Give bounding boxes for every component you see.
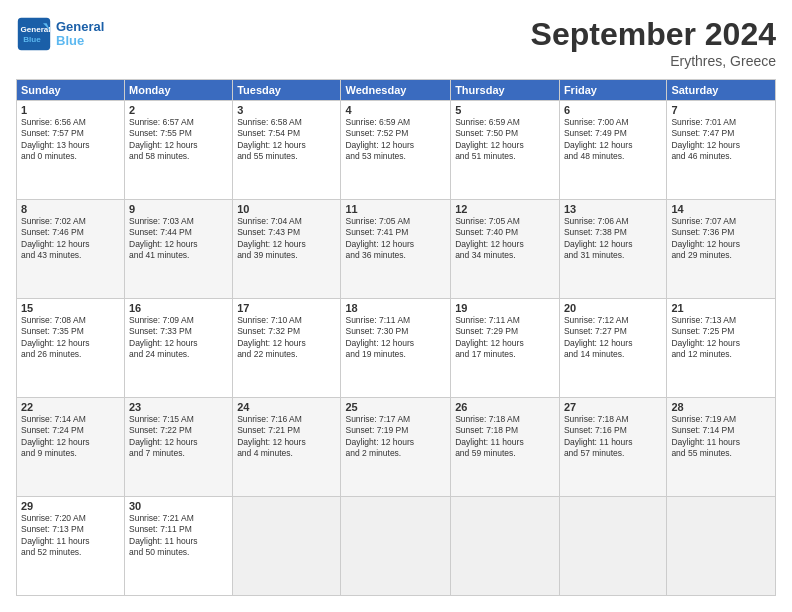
calendar-cell: 18Sunrise: 7:11 AM Sunset: 7:30 PM Dayli… xyxy=(341,299,451,398)
day-info: Sunrise: 7:18 AM Sunset: 7:18 PM Dayligh… xyxy=(455,414,555,460)
day-number: 22 xyxy=(21,401,120,413)
day-info: Sunrise: 6:57 AM Sunset: 7:55 PM Dayligh… xyxy=(129,117,228,163)
day-info: Sunrise: 6:59 AM Sunset: 7:50 PM Dayligh… xyxy=(455,117,555,163)
day-number: 15 xyxy=(21,302,120,314)
logo-icon: General Blue xyxy=(16,16,52,52)
calendar-cell xyxy=(559,497,666,596)
calendar-cell xyxy=(451,497,560,596)
col-friday: Friday xyxy=(559,80,666,101)
calendar-cell: 12Sunrise: 7:05 AM Sunset: 7:40 PM Dayli… xyxy=(451,200,560,299)
day-info: Sunrise: 7:21 AM Sunset: 7:11 PM Dayligh… xyxy=(129,513,228,559)
calendar-cell: 15Sunrise: 7:08 AM Sunset: 7:35 PM Dayli… xyxy=(17,299,125,398)
day-number: 5 xyxy=(455,104,555,116)
calendar-cell: 11Sunrise: 7:05 AM Sunset: 7:41 PM Dayli… xyxy=(341,200,451,299)
calendar-header-row: Sunday Monday Tuesday Wednesday Thursday… xyxy=(17,80,776,101)
logo: General Blue General Blue xyxy=(16,16,104,52)
col-sunday: Sunday xyxy=(17,80,125,101)
calendar-cell: 22Sunrise: 7:14 AM Sunset: 7:24 PM Dayli… xyxy=(17,398,125,497)
calendar-cell: 19Sunrise: 7:11 AM Sunset: 7:29 PM Dayli… xyxy=(451,299,560,398)
calendar-week-row: 1Sunrise: 6:56 AM Sunset: 7:57 PM Daylig… xyxy=(17,101,776,200)
day-number: 19 xyxy=(455,302,555,314)
day-info: Sunrise: 7:14 AM Sunset: 7:24 PM Dayligh… xyxy=(21,414,120,460)
calendar-week-row: 22Sunrise: 7:14 AM Sunset: 7:24 PM Dayli… xyxy=(17,398,776,497)
calendar-week-row: 15Sunrise: 7:08 AM Sunset: 7:35 PM Dayli… xyxy=(17,299,776,398)
day-number: 11 xyxy=(345,203,446,215)
col-saturday: Saturday xyxy=(667,80,776,101)
day-number: 25 xyxy=(345,401,446,413)
svg-text:Blue: Blue xyxy=(23,35,41,44)
day-info: Sunrise: 7:16 AM Sunset: 7:21 PM Dayligh… xyxy=(237,414,336,460)
calendar-cell: 2Sunrise: 6:57 AM Sunset: 7:55 PM Daylig… xyxy=(125,101,233,200)
day-number: 4 xyxy=(345,104,446,116)
day-number: 23 xyxy=(129,401,228,413)
calendar-cell: 16Sunrise: 7:09 AM Sunset: 7:33 PM Dayli… xyxy=(125,299,233,398)
calendar-table: Sunday Monday Tuesday Wednesday Thursday… xyxy=(16,79,776,596)
calendar-week-row: 8Sunrise: 7:02 AM Sunset: 7:46 PM Daylig… xyxy=(17,200,776,299)
day-number: 12 xyxy=(455,203,555,215)
page: General Blue General Blue September 2024… xyxy=(0,0,792,612)
day-number: 17 xyxy=(237,302,336,314)
day-number: 27 xyxy=(564,401,662,413)
calendar-cell: 20Sunrise: 7:12 AM Sunset: 7:27 PM Dayli… xyxy=(559,299,666,398)
day-info: Sunrise: 7:00 AM Sunset: 7:49 PM Dayligh… xyxy=(564,117,662,163)
calendar-cell: 4Sunrise: 6:59 AM Sunset: 7:52 PM Daylig… xyxy=(341,101,451,200)
calendar-cell: 13Sunrise: 7:06 AM Sunset: 7:38 PM Dayli… xyxy=(559,200,666,299)
day-number: 10 xyxy=(237,203,336,215)
calendar-cell: 23Sunrise: 7:15 AM Sunset: 7:22 PM Dayli… xyxy=(125,398,233,497)
calendar-cell: 29Sunrise: 7:20 AM Sunset: 7:13 PM Dayli… xyxy=(17,497,125,596)
title-block: September 2024 Erythres, Greece xyxy=(531,16,776,69)
day-number: 8 xyxy=(21,203,120,215)
day-info: Sunrise: 7:12 AM Sunset: 7:27 PM Dayligh… xyxy=(564,315,662,361)
day-number: 9 xyxy=(129,203,228,215)
calendar-cell: 28Sunrise: 7:19 AM Sunset: 7:14 PM Dayli… xyxy=(667,398,776,497)
calendar-cell: 24Sunrise: 7:16 AM Sunset: 7:21 PM Dayli… xyxy=(233,398,341,497)
day-info: Sunrise: 6:56 AM Sunset: 7:57 PM Dayligh… xyxy=(21,117,120,163)
day-info: Sunrise: 7:18 AM Sunset: 7:16 PM Dayligh… xyxy=(564,414,662,460)
day-info: Sunrise: 7:05 AM Sunset: 7:40 PM Dayligh… xyxy=(455,216,555,262)
col-tuesday: Tuesday xyxy=(233,80,341,101)
day-number: 1 xyxy=(21,104,120,116)
day-number: 21 xyxy=(671,302,771,314)
calendar-cell: 17Sunrise: 7:10 AM Sunset: 7:32 PM Dayli… xyxy=(233,299,341,398)
day-number: 14 xyxy=(671,203,771,215)
calendar-cell: 1Sunrise: 6:56 AM Sunset: 7:57 PM Daylig… xyxy=(17,101,125,200)
day-info: Sunrise: 7:13 AM Sunset: 7:25 PM Dayligh… xyxy=(671,315,771,361)
calendar-cell: 9Sunrise: 7:03 AM Sunset: 7:44 PM Daylig… xyxy=(125,200,233,299)
day-info: Sunrise: 7:17 AM Sunset: 7:19 PM Dayligh… xyxy=(345,414,446,460)
day-number: 26 xyxy=(455,401,555,413)
day-info: Sunrise: 7:07 AM Sunset: 7:36 PM Dayligh… xyxy=(671,216,771,262)
day-info: Sunrise: 7:08 AM Sunset: 7:35 PM Dayligh… xyxy=(21,315,120,361)
month-title: September 2024 xyxy=(531,16,776,53)
calendar-cell xyxy=(667,497,776,596)
day-number: 24 xyxy=(237,401,336,413)
col-monday: Monday xyxy=(125,80,233,101)
day-info: Sunrise: 7:04 AM Sunset: 7:43 PM Dayligh… xyxy=(237,216,336,262)
day-info: Sunrise: 7:01 AM Sunset: 7:47 PM Dayligh… xyxy=(671,117,771,163)
header: General Blue General Blue September 2024… xyxy=(16,16,776,69)
svg-text:General: General xyxy=(21,25,51,34)
day-info: Sunrise: 7:10 AM Sunset: 7:32 PM Dayligh… xyxy=(237,315,336,361)
calendar-cell: 6Sunrise: 7:00 AM Sunset: 7:49 PM Daylig… xyxy=(559,101,666,200)
logo-text-blue: Blue xyxy=(56,34,104,48)
day-info: Sunrise: 7:11 AM Sunset: 7:29 PM Dayligh… xyxy=(455,315,555,361)
day-number: 28 xyxy=(671,401,771,413)
calendar-cell xyxy=(233,497,341,596)
calendar-cell: 5Sunrise: 6:59 AM Sunset: 7:50 PM Daylig… xyxy=(451,101,560,200)
day-info: Sunrise: 7:11 AM Sunset: 7:30 PM Dayligh… xyxy=(345,315,446,361)
day-number: 20 xyxy=(564,302,662,314)
calendar-cell: 8Sunrise: 7:02 AM Sunset: 7:46 PM Daylig… xyxy=(17,200,125,299)
day-number: 18 xyxy=(345,302,446,314)
calendar-cell: 26Sunrise: 7:18 AM Sunset: 7:18 PM Dayli… xyxy=(451,398,560,497)
day-info: Sunrise: 7:06 AM Sunset: 7:38 PM Dayligh… xyxy=(564,216,662,262)
calendar-cell: 21Sunrise: 7:13 AM Sunset: 7:25 PM Dayli… xyxy=(667,299,776,398)
calendar-cell: 14Sunrise: 7:07 AM Sunset: 7:36 PM Dayli… xyxy=(667,200,776,299)
day-info: Sunrise: 7:09 AM Sunset: 7:33 PM Dayligh… xyxy=(129,315,228,361)
day-info: Sunrise: 7:05 AM Sunset: 7:41 PM Dayligh… xyxy=(345,216,446,262)
day-info: Sunrise: 6:59 AM Sunset: 7:52 PM Dayligh… xyxy=(345,117,446,163)
logo-text-general: General xyxy=(56,20,104,34)
day-info: Sunrise: 7:15 AM Sunset: 7:22 PM Dayligh… xyxy=(129,414,228,460)
calendar-cell xyxy=(341,497,451,596)
day-info: Sunrise: 7:03 AM Sunset: 7:44 PM Dayligh… xyxy=(129,216,228,262)
day-number: 30 xyxy=(129,500,228,512)
calendar-cell: 7Sunrise: 7:01 AM Sunset: 7:47 PM Daylig… xyxy=(667,101,776,200)
